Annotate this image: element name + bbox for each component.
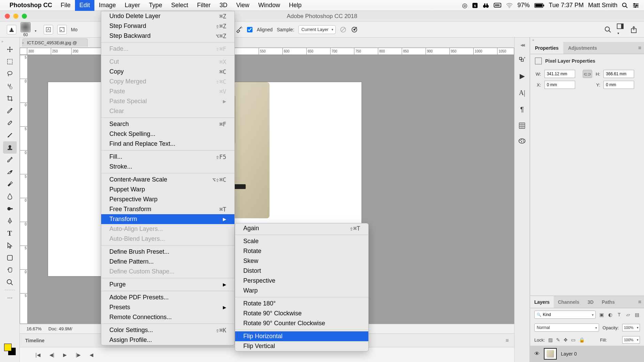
first-frame-icon[interactable]: |◀ — [35, 352, 41, 358]
zoom-tool[interactable] — [3, 276, 17, 288]
lock-position-icon[interactable]: ✥ — [564, 337, 568, 343]
pen-tool[interactable] — [3, 215, 17, 227]
color-panel-icon[interactable] — [518, 138, 526, 144]
menu-image[interactable]: Image — [94, 0, 120, 11]
play-icon[interactable]: ▶ — [63, 352, 67, 358]
menu-window[interactable]: Window — [254, 0, 285, 11]
dodge-tool[interactable] — [3, 203, 17, 215]
sample-select[interactable]: Current Layer — [298, 25, 336, 34]
edit-toolbar[interactable]: ⋯ — [3, 292, 17, 304]
menu-help[interactable]: Help — [285, 0, 306, 11]
menu-item-distort[interactable]: Distort — [235, 266, 368, 276]
menu-3d[interactable]: 3D — [215, 0, 232, 11]
display-icon[interactable] — [494, 3, 501, 8]
menu-item-presets[interactable]: Presets▶ — [101, 302, 234, 312]
y-input[interactable] — [603, 81, 634, 89]
swatches-panel-icon[interactable] — [519, 122, 525, 129]
menu-item-assign-profile[interactable]: Assign Profile... — [101, 335, 234, 345]
menu-item-again[interactable]: Again⇧⌘T — [235, 223, 368, 233]
menu-view[interactable]: View — [232, 0, 254, 11]
lasso-tool[interactable] — [3, 68, 17, 80]
current-tool-icon[interactable] — [7, 25, 16, 34]
menu-item-free-transform[interactable]: Free Transform⌘T — [101, 204, 234, 214]
cc-status-icon[interactable]: ◎ — [462, 2, 467, 9]
pressure-icon[interactable] — [351, 26, 358, 33]
panel-menu-icon[interactable]: ≡ — [638, 45, 641, 51]
minimize-window[interactable] — [13, 14, 18, 19]
horizontal-ruler[interactable]: 3002502005506006507007508008509009501000… — [20, 48, 514, 55]
eraser-tool[interactable] — [3, 166, 17, 178]
filter-type-icon[interactable]: T — [616, 312, 622, 318]
filter-adjust-icon[interactable]: ◐ — [607, 312, 613, 318]
lock-all-icon[interactable]: 🔒 — [579, 337, 585, 343]
brush-panel-toggle[interactable] — [44, 25, 53, 34]
visibility-icon[interactable]: 👁 — [534, 351, 540, 357]
screenmode-icon[interactable]: ▾ — [617, 23, 625, 35]
lock-paint-icon[interactable]: ✎ — [556, 337, 560, 343]
lock-transparency-icon[interactable]: ▨ — [548, 337, 553, 343]
wifi-icon[interactable] — [506, 3, 513, 8]
aligned-checkbox[interactable] — [247, 27, 252, 32]
menu-select[interactable]: Select — [167, 0, 193, 11]
menu-item-perspective-warp[interactable]: Perspective Warp — [101, 194, 234, 204]
blend-mode-select[interactable]: Normal — [534, 324, 599, 332]
menu-item-warp[interactable]: Warp — [235, 286, 368, 296]
filter-shape-icon[interactable]: ▱ — [625, 312, 631, 318]
html5-icon[interactable]: 5 — [472, 2, 478, 9]
filter-smart-icon[interactable]: ▤ — [634, 312, 640, 318]
menu-item-purge[interactable]: Purge▶ — [101, 280, 234, 289]
search-icon[interactable] — [604, 26, 611, 33]
menu-item-flip-vertical[interactable]: Flip Vertical — [235, 341, 368, 351]
collapse-right-icon[interactable]: » — [530, 37, 644, 42]
menu-item-rotate-90-clockwise[interactable]: Rotate 90° Clockwise — [235, 309, 368, 318]
binoculars-icon[interactable] — [482, 2, 489, 9]
actions-panel-icon[interactable]: ▶ — [520, 72, 525, 80]
menu-edit[interactable]: Edit — [75, 0, 94, 11]
gradient-tool[interactable] — [3, 178, 17, 190]
document-tab[interactable]: ×ICT.DSC_4953Edit.jpg @ — [22, 38, 88, 47]
history-brush-tool[interactable] — [3, 154, 17, 166]
h-input[interactable] — [603, 70, 634, 78]
airbrush-toggle[interactable] — [235, 26, 243, 33]
menu-item-find-and-replace-text[interactable]: Find and Replace Text... — [101, 139, 234, 149]
menu-item-perspective[interactable]: Perspective — [235, 276, 368, 286]
layer-row[interactable]: 👁 Layer 0 — [530, 346, 644, 362]
zoom-value[interactable]: 16.67% — [27, 326, 42, 331]
zoom-window[interactable] — [22, 14, 27, 19]
tab-channels[interactable]: Channels — [554, 296, 583, 308]
menu-item-transform[interactable]: Transform▶ — [101, 214, 234, 224]
menu-item-check-spelling[interactable]: Check Spelling... — [101, 129, 234, 139]
foreground-color[interactable] — [4, 344, 12, 351]
marquee-tool[interactable] — [3, 56, 17, 68]
brush-preview[interactable] — [20, 22, 31, 32]
eyedropper-tool[interactable] — [3, 105, 17, 117]
menu-file[interactable]: File — [56, 0, 75, 11]
clock[interactable]: Tue 7:37 PM — [549, 2, 584, 9]
username[interactable]: Matt Smith — [588, 2, 617, 9]
history-panel-icon[interactable] — [519, 56, 525, 63]
hand-tool[interactable] — [3, 264, 17, 276]
type-tool[interactable]: T — [3, 227, 17, 239]
menu-item-remote-connections[interactable]: Remote Connections... — [101, 312, 234, 322]
tab-paths[interactable]: Paths — [598, 296, 619, 308]
next-frame-icon[interactable]: |▶ — [76, 352, 81, 358]
filter-kind-select[interactable]: Kind — [534, 311, 596, 319]
collapse-tools-icon[interactable]: » — [1, 40, 3, 43]
color-swatches[interactable] — [4, 344, 16, 355]
menu-item-define-brush-preset[interactable]: Define Brush Preset... — [101, 247, 234, 257]
stamp-tool[interactable] — [3, 141, 17, 154]
layer-thumbnail[interactable] — [544, 348, 557, 360]
mute-icon[interactable]: ◀ — [90, 352, 93, 358]
menu-item-step-forward[interactable]: Step Forward⇧⌘Z — [101, 21, 234, 31]
tab-adjustments[interactable]: Adjustments — [563, 42, 602, 54]
menu-item-step-backward[interactable]: Step Backward⌥⌘Z — [101, 31, 234, 41]
spotlight-icon[interactable] — [622, 2, 628, 9]
battery-icon[interactable] — [534, 3, 545, 8]
crop-tool[interactable] — [3, 92, 17, 105]
blur-tool[interactable] — [3, 190, 17, 203]
menu-item-adobe-pdf-presets[interactable]: Adobe PDF Presets... — [101, 293, 234, 302]
share-icon[interactable] — [630, 26, 637, 33]
tab-layers[interactable]: Layers — [530, 296, 554, 308]
close-tab-icon[interactable]: × — [22, 41, 24, 45]
quick-select-tool[interactable] — [3, 80, 17, 92]
